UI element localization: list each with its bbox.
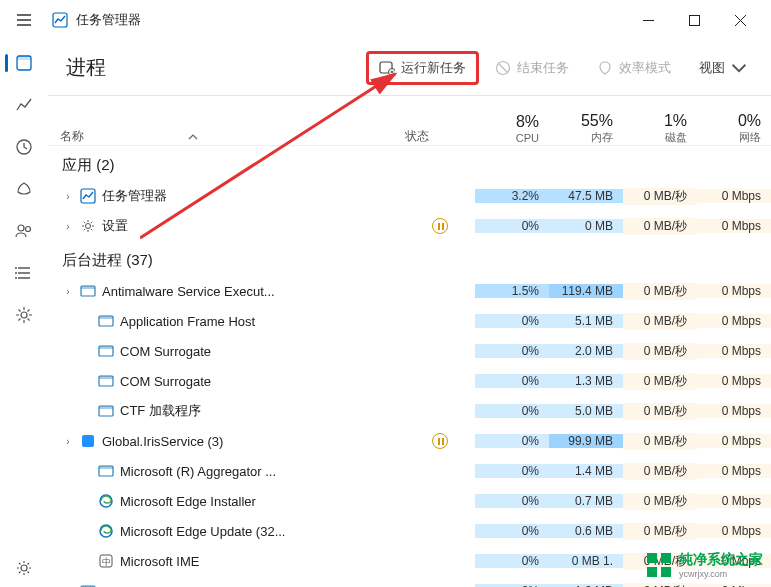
maximize-button[interactable] — [671, 4, 717, 36]
cpu-cell: 0% — [475, 219, 549, 233]
run-new-task-button[interactable]: 运行新任务 — [366, 51, 479, 85]
svg-point-5 — [18, 225, 24, 231]
table-row[interactable]: CTF 加载程序0%5.0 MB0 MB/秒0 Mbps — [48, 396, 771, 426]
expand-chevron[interactable]: › — [62, 191, 74, 202]
net-cell: 0 Mbps — [697, 314, 771, 328]
run-new-label: 运行新任务 — [401, 59, 466, 77]
table-row[interactable]: Microsoft (R) Aggregator ...0%1.4 MB0 MB… — [48, 456, 771, 486]
column-header: 名称 状态 8%CPU 55%内存 1%磁盘 0%网络 — [48, 96, 771, 146]
sidebar-processes[interactable] — [5, 44, 43, 82]
svg-rect-38 — [661, 553, 671, 563]
table-row[interactable]: Application Frame Host0%5.1 MB0 MB/秒0 Mb… — [48, 306, 771, 336]
cpu-cell: 0% — [475, 554, 549, 568]
disk-cell: 0 MB/秒 — [623, 343, 697, 360]
table-row[interactable]: ›任务管理器3.2%47.5 MB0 MB/秒0 Mbps — [48, 181, 771, 211]
table-row[interactable]: COM Surrogate0%1.3 MB0 MB/秒0 Mbps — [48, 366, 771, 396]
svg-point-11 — [21, 565, 27, 571]
sidebar-performance[interactable] — [5, 86, 43, 124]
process-name: Microsoft Network Realtim... — [102, 584, 265, 588]
svg-rect-26 — [99, 406, 113, 409]
page-title: 进程 — [60, 54, 106, 81]
process-icon — [80, 283, 96, 299]
watermark-text: 纯净系统之家 — [679, 551, 763, 567]
table-row[interactable]: Microsoft Edge Installer0%0.7 MB0 MB/秒0 … — [48, 486, 771, 516]
net-cell: 0 Mbps — [697, 434, 771, 448]
col-cpu[interactable]: 8%CPU — [475, 113, 549, 145]
mem-cell: 1.3 MB — [549, 374, 623, 388]
table-row[interactable]: ›Antimalware Service Execut...1.5%119.4 … — [48, 276, 771, 306]
minimize-button[interactable] — [625, 4, 671, 36]
mem-cell: 0.6 MB — [549, 524, 623, 538]
sidebar-services[interactable] — [5, 296, 43, 334]
services-icon — [15, 306, 33, 324]
col-memory[interactable]: 55%内存 — [549, 112, 623, 145]
watermark-icon — [645, 551, 673, 579]
col-disk[interactable]: 1%磁盘 — [623, 112, 697, 145]
svg-text:中: 中 — [102, 557, 111, 567]
chevron-down-icon — [731, 60, 747, 76]
view-label: 视图 — [699, 59, 725, 77]
disk-cell: 0 MB/秒 — [623, 493, 697, 510]
process-icon — [80, 188, 96, 204]
cpu-cell: 1.5% — [475, 284, 549, 298]
net-cell: 0 Mbps — [697, 404, 771, 418]
cpu-cell: 0% — [475, 344, 549, 358]
process-icon — [80, 433, 96, 449]
mem-cell: 47.5 MB — [549, 189, 623, 203]
mem-cell: 5.0 MB — [549, 404, 623, 418]
process-icon — [98, 373, 114, 389]
svg-point-16 — [86, 224, 91, 229]
process-icon — [98, 403, 114, 419]
svg-rect-40 — [661, 567, 671, 577]
status-cell — [405, 218, 475, 234]
hamburger-menu[interactable] — [8, 4, 40, 36]
history-icon — [15, 138, 33, 156]
close-button[interactable] — [717, 4, 763, 36]
process-name: Application Frame Host — [120, 314, 255, 329]
disk-cell: 0 MB/秒 — [623, 313, 697, 330]
chevron-up-icon — [188, 132, 198, 142]
window-title: 任务管理器 — [76, 11, 141, 29]
disk-cell: 0 MB/秒 — [623, 373, 697, 390]
end-task-button[interactable]: 结束任务 — [483, 51, 581, 85]
table-row[interactable]: ›设置0%0 MB0 MB/秒0 Mbps — [48, 211, 771, 241]
cpu-cell: 0% — [475, 404, 549, 418]
efficiency-mode-button[interactable]: 效率模式 — [585, 51, 683, 85]
disk-cell: 0 MB/秒 — [623, 403, 697, 420]
header-row: 进程 运行新任务 结束任务 效率模式 视图 — [48, 40, 771, 96]
mem-cell: 2.0 MB — [549, 344, 623, 358]
process-name: Global.IrisService (3) — [102, 434, 223, 449]
view-button[interactable]: 视图 — [687, 51, 759, 85]
expand-chevron[interactable]: › — [62, 221, 74, 232]
expand-chevron[interactable]: › — [62, 286, 74, 297]
svg-point-9 — [15, 277, 17, 279]
status-cell — [405, 433, 475, 449]
disk-cell: 0 MB/秒 — [623, 523, 697, 540]
mem-cell: 0.7 MB — [549, 494, 623, 508]
hamburger-icon — [16, 12, 32, 28]
table-row[interactable]: COM Surrogate0%2.0 MB0 MB/秒0 Mbps — [48, 336, 771, 366]
process-list[interactable]: 应用 (2)›任务管理器3.2%47.5 MB0 MB/秒0 Mbps›设置0%… — [48, 146, 771, 587]
sidebar-details[interactable] — [5, 254, 43, 292]
table-row[interactable]: Microsoft Edge Update (32...0%0.6 MB0 MB… — [48, 516, 771, 546]
process-icon — [98, 493, 114, 509]
expand-chevron[interactable]: › — [62, 436, 74, 447]
sidebar-history[interactable] — [5, 128, 43, 166]
mem-cell: 0 MB 1. — [549, 554, 623, 568]
cpu-cell: 0% — [475, 434, 549, 448]
sidebar-users[interactable] — [5, 212, 43, 250]
disk-cell: 0 MB/秒 — [623, 583, 697, 588]
sidebar-settings[interactable] — [5, 549, 43, 587]
col-name[interactable]: 名称 — [48, 128, 405, 145]
net-cell: 0 Mbps — [697, 284, 771, 298]
process-name: Microsoft Edge Installer — [120, 494, 256, 509]
sidebar — [0, 40, 48, 587]
performance-icon — [15, 96, 33, 114]
efficiency-label: 效率模式 — [619, 59, 671, 77]
process-name: COM Surrogate — [120, 374, 211, 389]
col-status[interactable]: 状态 — [405, 128, 475, 145]
mem-cell: 119.4 MB — [549, 284, 623, 298]
sidebar-startup[interactable] — [5, 170, 43, 208]
col-network[interactable]: 0%网络 — [697, 112, 771, 145]
table-row[interactable]: ›Global.IrisService (3)0%99.9 MB0 MB/秒0 … — [48, 426, 771, 456]
